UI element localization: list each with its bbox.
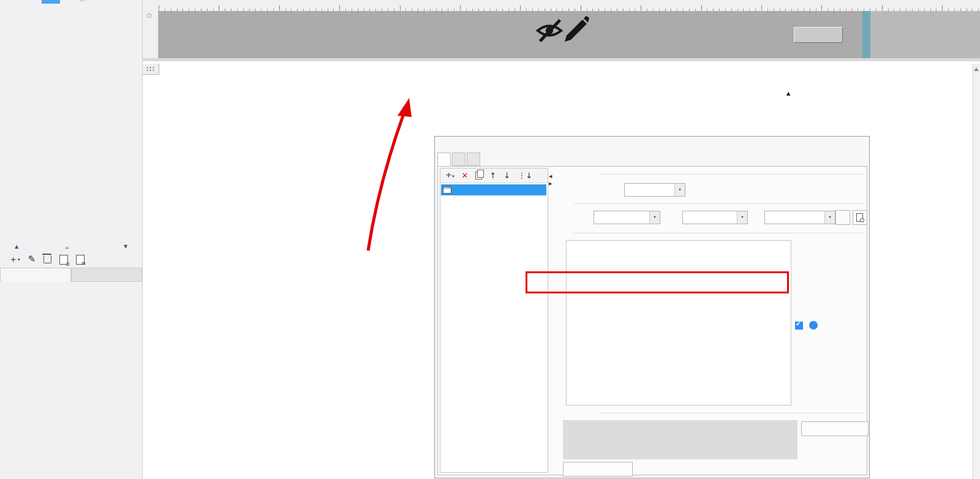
form-band-bottom-strip [142, 58, 980, 61]
copy-icon[interactable] [475, 172, 482, 179]
refresh-icon[interactable] [835, 210, 850, 225]
form-designer-band [142, 0, 980, 61]
report-fill-properties-dialog: +▾ ✕ ↑ ↓ ⋮↓ ◀ ▶ ▾ ▾ ▾ [434, 136, 870, 478]
vertical-scrollbar[interactable] [973, 64, 980, 479]
delete-dataset-icon[interactable] [43, 255, 51, 263]
set-submit-condition-button[interactable] [801, 421, 869, 436]
pencil-icon [561, 15, 590, 44]
chevron-down-icon[interactable]: ▾ [737, 211, 747, 224]
eye-slash-icon [535, 17, 564, 44]
splitter-collapse-down-icon[interactable]: ▼ [124, 244, 127, 249]
submit-type-select[interactable]: ▾ [624, 183, 685, 197]
red-highlight-annotation [526, 271, 789, 293]
chevron-down-icon[interactable]: ▾ [649, 211, 660, 224]
preview-dataset-icon[interactable] [59, 255, 68, 265]
no-update-checkbox[interactable] [795, 321, 818, 330]
chevron-down-icon[interactable]: ▾ [674, 184, 685, 196]
database-select[interactable]: ▾ [594, 211, 660, 224]
header-marker-icon: ▲ [786, 91, 790, 96]
checkbox-checked-icon[interactable] [795, 322, 803, 330]
form-canvas[interactable] [159, 11, 862, 58]
splitter-handle-icon[interactable]: = [65, 245, 69, 251]
tree-item-partial[interactable] [42, 0, 60, 4]
horizontal-ruler [142, 0, 980, 12]
dataset-toolbar: ＋▾ ✎ [0, 251, 142, 268]
sort-icon[interactable]: ⋮↓ [518, 172, 532, 180]
scroll-up-icon[interactable] [974, 67, 979, 71]
delete-icon[interactable]: ✕ [461, 172, 468, 180]
schema-select[interactable]: ▾ [682, 211, 748, 224]
tab-template-datasets[interactable] [0, 268, 71, 282]
query-button[interactable] [794, 27, 843, 43]
preview-table-icon[interactable] [853, 210, 867, 225]
move-up-icon[interactable]: ↑ [489, 172, 496, 180]
corner-dots-icon [146, 66, 155, 72]
dataset-sidebar: ⋯ ▲ = ▼ ＋▾ ✎ [0, 0, 143, 479]
sql-item-icon [443, 186, 451, 194]
add-icon[interactable]: +▾ [445, 171, 454, 181]
vertical-ruler [142, 11, 159, 58]
set-submit-event-button[interactable] [563, 462, 633, 477]
table-select[interactable]: ▾ [764, 211, 835, 224]
splitter-right-icon[interactable]: ▶ [549, 181, 552, 186]
grid-corner-cell[interactable] [142, 64, 159, 75]
help-icon[interactable] [809, 321, 818, 330]
form-canvas-outside [870, 11, 980, 58]
submit-list-toolbar: +▾ ✕ ↑ ↓ ⋮↓ [440, 168, 548, 183]
splitter-collapse-up-icon[interactable]: ▲ [15, 244, 18, 249]
tab-server-datasets[interactable] [71, 268, 142, 282]
submit-condition-box [563, 420, 797, 459]
move-down-icon[interactable]: ↓ [503, 172, 510, 180]
tab-submit[interactable] [437, 153, 451, 166]
value-mapping-table[interactable] [566, 240, 791, 405]
dataset-settings-icon[interactable] [76, 255, 85, 265]
submit-list-panel: +▾ ✕ ↑ ↓ ⋮↓ [440, 168, 548, 473]
edit-dataset-icon[interactable]: ✎ [28, 255, 36, 264]
dataset-tabs [0, 268, 142, 282]
chevron-down-icon[interactable]: ▾ [824, 211, 835, 224]
tab-fill-shortcut-settings[interactable] [467, 153, 480, 166]
list-item-built-in-sql[interactable] [441, 184, 546, 195]
splitter-left-icon[interactable]: ◀ [549, 174, 552, 179]
form-boundary-marker[interactable] [862, 11, 870, 58]
tab-data-validation[interactable] [452, 153, 466, 166]
dialog-tabs [437, 153, 481, 166]
tree-item-partial-dots: ⋯ [80, 0, 85, 4]
add-dataset-icon[interactable]: ＋▾ [9, 255, 20, 265]
dialog-content: +▾ ✕ ↑ ↓ ⋮↓ ◀ ▶ ▾ ▾ ▾ [437, 166, 867, 475]
